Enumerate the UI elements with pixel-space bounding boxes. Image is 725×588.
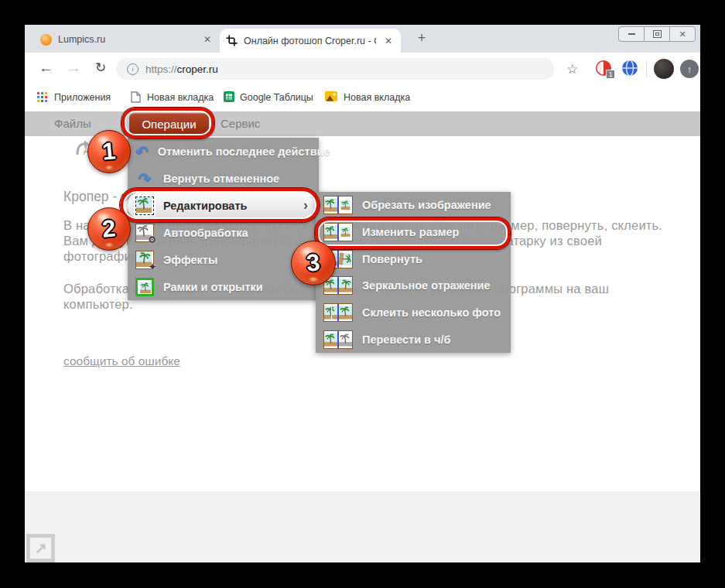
- bookmark-new-tab-1[interactable]: Новая вкладка: [147, 92, 214, 103]
- menu-item-label: Автообработка: [163, 227, 311, 239]
- edit-submenu: Обрезать изображение Изменить размер Пов…: [316, 192, 511, 353]
- menu-item-label: Перевести в ч/б: [362, 333, 503, 346]
- menu-item-label: Склеить несколько фото: [362, 306, 503, 319]
- submenu-item-crop[interactable]: Обрезать изображение: [316, 192, 511, 219]
- url-text: https://croper.ru: [145, 63, 218, 75]
- image-gear-icon: ⚙: [135, 224, 154, 242]
- menu-files[interactable]: Файлы: [54, 117, 91, 130]
- bookmark-apps[interactable]: Приложения: [54, 92, 111, 103]
- tab-close-icon[interactable]: ✕: [382, 36, 395, 46]
- annotation-ring-resize: [315, 217, 511, 249]
- annotation-ring-operations: [121, 108, 214, 138]
- minimize-icon: [628, 31, 635, 35]
- blank-page-icon: [131, 91, 141, 105]
- submenu-item-rotate[interactable]: Повернуть: [316, 245, 511, 272]
- tab-strip: Lumpics.ru ✕ Онлайн фотошоп Croper.ru - …: [25, 25, 700, 53]
- glue-before-after-icon: [323, 303, 353, 322]
- submenu-item-grayscale[interactable]: Перевести в ч/б: [316, 326, 511, 353]
- minimize-button[interactable]: [619, 27, 644, 41]
- profile-avatar[interactable]: [654, 59, 674, 79]
- close-button[interactable]: ✕: [669, 27, 695, 41]
- menu-item-effects[interactable]: ✦ Эффекты: [128, 246, 319, 273]
- address-bar[interactable]: i https://croper.ru: [116, 58, 554, 80]
- bookmarks-bar: Приложения Новая вкладка Google Таблицы …: [25, 85, 700, 110]
- apps-grid-icon[interactable]: [37, 92, 47, 102]
- back-icon[interactable]: ←: [39, 60, 53, 77]
- menu-item-frames[interactable]: Рамки и открытки: [128, 273, 319, 300]
- new-tab-button[interactable]: +: [413, 30, 430, 46]
- redo-icon: ↷: [135, 169, 154, 188]
- bookmark-new-tab-2[interactable]: Новая вкладка: [344, 92, 410, 103]
- browser-update-icon[interactable]: ↑: [680, 60, 699, 78]
- step-badge-3: 3: [291, 241, 336, 285]
- menu-item-label: Рамки и открытки: [163, 281, 311, 293]
- image-frame-icon: [135, 278, 154, 296]
- maximize-icon: [653, 30, 662, 38]
- submenu-item-mirror[interactable]: Зеркальное отражение: [316, 272, 511, 299]
- annotation-ring-edit: [120, 188, 320, 222]
- tab-croper[interactable]: Онлайн фотошоп Croper.ru - Об ✕: [220, 29, 401, 53]
- menu-item-label: Обрезать изображение: [362, 199, 503, 211]
- site-info-icon[interactable]: i: [127, 63, 139, 75]
- report-error-link[interactable]: сообщить об ошибке: [63, 354, 180, 368]
- bookmark-star-icon[interactable]: ☆: [566, 61, 578, 77]
- window-controls: ✕: [618, 26, 696, 42]
- menu-item-label: Вернуть отмененное: [163, 173, 311, 185]
- croper-crop-favicon-icon: [226, 35, 238, 46]
- step-badge-1: 1: [87, 130, 131, 173]
- undo-icon: ↶: [135, 142, 149, 161]
- browser-toolbar: ← → ↻ i https://croper.ru ☆ 1 ↑: [25, 53, 700, 85]
- menu-item-label: Зеркальное отражение: [362, 279, 503, 292]
- bookmark-google-sheets[interactable]: Google Таблицы: [240, 92, 313, 103]
- maximize-button[interactable]: [644, 27, 669, 41]
- tab-lumpics[interactable]: Lumpics.ru ✕: [34, 29, 220, 50]
- toolbar-divider: [646, 61, 647, 77]
- menu-service[interactable]: Сервис: [221, 117, 260, 130]
- crop-before-after-icon: [323, 196, 353, 214]
- step-badge-2: 2: [87, 207, 131, 251]
- free-line-2: компьютер.: [63, 297, 133, 313]
- url-scheme: https://: [145, 63, 177, 75]
- tab-title: Онлайн фотошоп Croper.ru - Об: [244, 36, 376, 46]
- menu-item-label: Повернуть: [362, 253, 503, 265]
- picture-icon: [325, 91, 337, 104]
- grayscale-before-after-icon: [323, 330, 353, 349]
- google-sheets-icon: [224, 91, 234, 104]
- page-footer: [25, 491, 700, 562]
- url-domain: croper.ru: [177, 63, 218, 75]
- lumpics-favicon-icon: [40, 34, 52, 46]
- menu-item-autoprocess[interactable]: ⚙ Автообработка: [128, 219, 319, 246]
- counter-logo-icon[interactable]: ↗: [26, 534, 55, 562]
- image-effects-icon: ✦: [135, 251, 154, 269]
- reload-icon[interactable]: ↻: [95, 60, 106, 77]
- menu-item-undo[interactable]: ↶ Отменить последнее действие: [128, 138, 319, 165]
- menu-item-label: Отменить последнее действие: [158, 145, 330, 158]
- extension-badge: 1: [606, 70, 615, 79]
- tab-close-icon[interactable]: ✕: [201, 34, 214, 45]
- submenu-item-glue[interactable]: Склеить несколько фото: [316, 299, 511, 326]
- globe-extension-icon[interactable]: [621, 60, 638, 77]
- tab-title: Lumpics.ru: [58, 34, 195, 45]
- forward-icon[interactable]: →: [67, 60, 81, 77]
- adblock-extension-icon[interactable]: 1: [595, 60, 612, 77]
- menu-item-label: Эффекты: [163, 254, 311, 266]
